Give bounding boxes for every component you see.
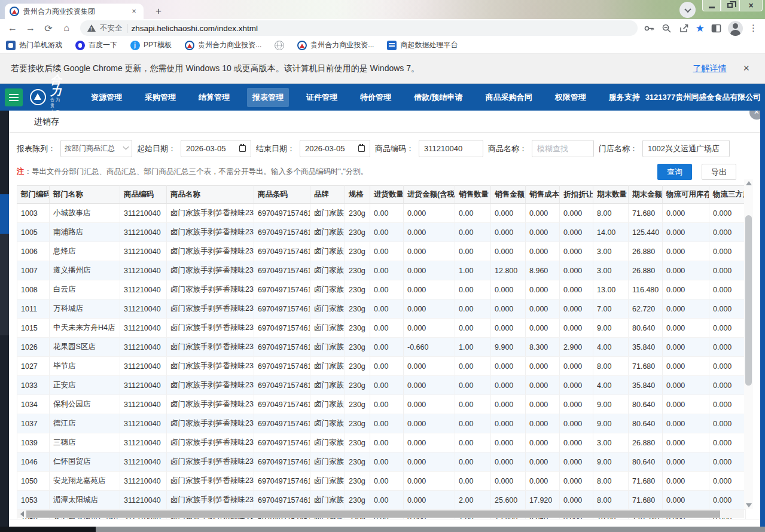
product-name-field[interactable]	[532, 140, 594, 157]
cell: 0.00	[455, 472, 491, 491]
bookmark-item[interactable]: 百度一下	[75, 40, 117, 50]
nav-item[interactable]: 结算管理	[193, 88, 235, 107]
cell: 71.680	[629, 204, 663, 223]
side-panel-icon[interactable]	[711, 23, 722, 34]
product-name-input[interactable]	[537, 144, 589, 153]
menu-kebab-icon[interactable]: ⋮	[749, 23, 758, 33]
bookmark-item[interactable]: 商超数据处理平台	[387, 40, 458, 50]
nav-item[interactable]: 证件管理	[301, 88, 343, 107]
column-header: 品牌	[310, 186, 345, 204]
column-header: 进货数量	[370, 186, 404, 204]
scroll-down-icon[interactable]	[746, 503, 752, 507]
table-vertical-scrollbar[interactable]	[744, 179, 753, 509]
cell: 1026	[17, 338, 50, 357]
collapsed-sidebar[interactable]	[0, 111, 9, 527]
scroll-up-icon[interactable]	[746, 181, 752, 185]
cell: 0.000	[709, 204, 746, 223]
key-icon[interactable]	[644, 23, 655, 34]
sidebar-active-item[interactable]	[0, 194, 9, 234]
address-bar[interactable]: 不安全 zhsapi.helichaoshi.com/index.xhtml	[80, 20, 638, 36]
calendar-icon[interactable]	[358, 145, 365, 152]
tab-close-icon[interactable]: ×	[129, 7, 139, 16]
minimize-button[interactable]	[702, 0, 721, 11]
cell: 0.000	[404, 242, 455, 261]
banner-close-icon[interactable]: ×	[743, 62, 749, 75]
start-date-input[interactable]	[186, 144, 236, 153]
bookmark-label: PPT模板	[144, 40, 172, 50]
cell: 8.00	[593, 357, 629, 376]
store-input[interactable]	[648, 144, 724, 153]
bottom-strip-dark	[0, 527, 96, 532]
cell: 6970497157461	[254, 395, 310, 414]
cell: 1011	[17, 299, 50, 319]
end-date-field[interactable]	[300, 140, 370, 157]
vertical-scroll-thumb[interactable]	[745, 215, 752, 386]
panel-title: 进销存	[9, 111, 760, 133]
bookmark-item[interactable]	[275, 41, 284, 50]
store-field[interactable]	[642, 140, 730, 157]
share-icon[interactable]	[678, 23, 690, 34]
zoom-icon[interactable]	[661, 23, 672, 34]
calendar-icon[interactable]	[239, 145, 246, 152]
cell: 6970497157461	[254, 204, 310, 223]
learn-more-link[interactable]: 了解详情	[693, 63, 726, 74]
table-row: 1027毕节店311210040卤门家族手剥笋香辣味230g6970497157…	[17, 357, 746, 376]
cell: 卤门家族手剥笋香辣味230g	[167, 338, 254, 357]
cell: 0.000	[404, 299, 455, 319]
bookmark-item[interactable]: 贵州合力商业投资...	[297, 40, 374, 50]
security-label[interactable]: 不安全	[100, 23, 123, 33]
bookmark-item[interactable]: 热门单机游戏	[6, 40, 62, 50]
url-text[interactable]: zhsapi.helichaoshi.com/index.xhtml	[132, 24, 258, 33]
nav-item[interactable]: 报表管理	[247, 88, 289, 107]
note-row: 注：导出文件分部门汇总、商品汇总、部门商品汇总三个表，不需分开导出。输入多个商品…	[9, 157, 760, 180]
close-button[interactable]: ×	[739, 0, 763, 11]
browser-tab[interactable]: 贵州合力商业投资集团 ×	[5, 4, 144, 19]
hamburger-menu-icon[interactable]	[5, 88, 23, 106]
restore-button[interactable]	[721, 0, 739, 11]
table-horizontal-scrollbar[interactable]	[17, 510, 744, 518]
table-header-row: 部门编码部门名称商品编码商品名称商品条码品牌规格进货数量进货金额(含税)销售数量…	[17, 186, 746, 204]
column-header: 销售金额	[491, 186, 526, 204]
cell: 0.000	[404, 204, 455, 223]
scroll-left-icon[interactable]	[20, 511, 24, 517]
brand-name: 合力	[50, 74, 63, 97]
nav-item[interactable]: 服务支持	[604, 88, 645, 107]
bookmark-star-icon[interactable]: ★	[696, 23, 705, 34]
cell: 正安店	[50, 376, 120, 395]
cell: 0.000	[663, 299, 709, 319]
profile-avatar[interactable]	[728, 21, 743, 36]
bookmark-item[interactable]: PPT模板	[130, 40, 172, 50]
nav-item[interactable]: 采购管理	[139, 88, 181, 107]
query-button[interactable]: 查询	[657, 164, 692, 180]
export-button[interactable]: 导出	[702, 164, 736, 180]
cell: 3.00	[593, 242, 629, 261]
nav-item[interactable]: 权限管理	[550, 88, 592, 107]
window-controls: ×	[702, 0, 763, 11]
nav-item[interactable]: 特价管理	[355, 88, 397, 107]
product-code-input[interactable]	[424, 144, 478, 153]
start-date-field[interactable]	[181, 140, 251, 157]
nav-item[interactable]: 借款/预结申请	[409, 88, 468, 107]
bookmark-item[interactable]: 贵州合力商业投资...	[185, 40, 261, 50]
home-button[interactable]: ⌂	[59, 20, 74, 36]
nav-item[interactable]: 商品采购合同	[480, 88, 538, 107]
horizontal-scroll-thumb[interactable]	[26, 510, 720, 518]
back-button[interactable]: ←	[5, 20, 20, 36]
nav-item[interactable]: 资源管理	[86, 88, 127, 107]
product-code-field[interactable]	[419, 140, 483, 157]
cell: 0.000	[709, 338, 746, 357]
cell: 13.00	[593, 280, 629, 299]
end-date-input[interactable]	[305, 144, 355, 153]
cell: 230g	[345, 204, 370, 223]
forward-button[interactable]: →	[23, 20, 38, 36]
end-date-label: 结束日期：	[256, 143, 295, 154]
not-secure-warning-icon[interactable]	[87, 25, 96, 32]
tab-search-chevron-button[interactable]	[679, 2, 696, 18]
minimize-icon	[709, 7, 715, 8]
cell: 311210040	[120, 204, 167, 223]
chevron-down-icon	[684, 5, 691, 12]
reload-button[interactable]: ⟳	[41, 20, 56, 36]
report-type-select[interactable]: 按部门商品汇总	[60, 140, 132, 157]
new-tab-button[interactable]: +	[151, 4, 166, 19]
cell: 26.880	[629, 433, 663, 452]
